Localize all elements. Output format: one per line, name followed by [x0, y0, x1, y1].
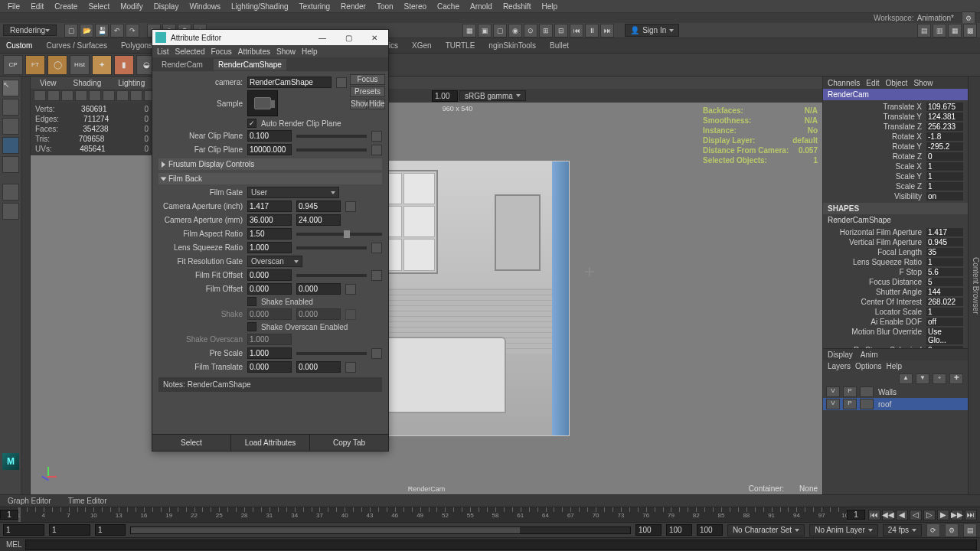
map-icon[interactable] — [345, 284, 356, 295]
show-button[interactable]: Show — [350, 99, 367, 109]
time-slider[interactable]: 1 14710131619222528313437404346495255586… — [0, 507, 980, 522]
layer-up-icon[interactable]: ▲ — [899, 373, 913, 384]
shaded-icon[interactable]: ◉ — [508, 24, 522, 37]
pause-icon[interactable]: ⏸ — [585, 24, 599, 37]
bookmark-icon[interactable] — [47, 90, 60, 101]
layout-four[interactable] — [2, 203, 19, 220]
shelf-cp-icon[interactable]: CP — [3, 55, 23, 75]
load-attributes-button[interactable]: Load Attributes — [231, 435, 310, 451]
map-icon[interactable] — [371, 145, 382, 155]
near-clip-field[interactable]: 0.100 — [247, 130, 292, 142]
channel-value[interactable]: 1 — [926, 172, 963, 181]
channel-value[interactable]: 1 — [926, 182, 963, 191]
tab-graph-editor[interactable]: Graph Editor — [3, 497, 56, 505]
layout-2-icon[interactable]: ▥ — [933, 24, 946, 37]
channel-value[interactable]: 268.022 — [926, 298, 963, 306]
channel-value[interactable]: 1 — [926, 258, 963, 266]
scale-tool[interactable] — [2, 156, 19, 173]
attr-menu-item[interactable]: List — [157, 47, 169, 56]
menu-modify[interactable]: Modify — [116, 1, 147, 12]
magnet-icon[interactable]: ⊙ — [524, 24, 537, 37]
fps-dropdown[interactable]: 24 fps — [883, 524, 922, 536]
film-gate-icon[interactable] — [75, 90, 87, 101]
channel-value[interactable]: 124.381 — [926, 112, 963, 121]
outliner-collapsed[interactable] — [21, 77, 31, 494]
new-layer-icon[interactable]: + — [933, 373, 946, 384]
menu-file[interactable]: File — [3, 1, 24, 12]
prescale-slider[interactable] — [296, 352, 367, 355]
play-fwd-icon[interactable]: ▷ — [923, 510, 936, 520]
channel-value[interactable]: 1.417 — [926, 228, 963, 236]
mode-dropdown[interactable]: Rendering — [3, 24, 57, 36]
filmtrans-x[interactable]: 0.000 — [247, 361, 292, 373]
sign-in-button[interactable]: 👤 Sign In — [625, 24, 679, 37]
cb-tab[interactable]: Edit — [866, 79, 879, 87]
field-chart-icon[interactable] — [116, 90, 129, 101]
module-tab[interactable]: Polygons — [118, 40, 155, 51]
channel-value[interactable]: on — [926, 192, 963, 201]
map-icon[interactable] — [345, 201, 356, 212]
filmoff-y[interactable]: 0.000 — [296, 283, 341, 295]
move-tool[interactable] — [2, 118, 19, 135]
redo-icon[interactable]: ↷ — [126, 24, 139, 37]
menu-create[interactable]: Create — [50, 1, 82, 12]
menu-select[interactable]: Select — [83, 1, 114, 12]
workspace-value[interactable]: Animation* — [917, 14, 954, 22]
current-frame-field[interactable]: 1 — [847, 510, 865, 520]
menu-display[interactable]: Display — [149, 1, 184, 12]
layout-3-icon[interactable]: ▦ — [948, 24, 962, 37]
image-plane-icon[interactable] — [61, 90, 74, 101]
menu-arnold[interactable]: Arnold — [466, 1, 497, 12]
cmd-input[interactable] — [25, 540, 977, 550]
layers-menu[interactable]: Layers — [828, 362, 851, 370]
channel-value[interactable]: off — [926, 318, 963, 326]
lasso-tool[interactable] — [2, 99, 19, 116]
minimize-icon[interactable]: — — [312, 31, 333, 44]
shelf-light-icon[interactable]: ✦ — [92, 55, 112, 75]
select-button[interactable]: Select — [152, 435, 231, 451]
layout-1-icon[interactable]: ▤ — [917, 24, 931, 37]
channel-value[interactable]: 5.6 — [926, 268, 963, 276]
camera-select-icon[interactable] — [34, 90, 46, 101]
skip-back-icon[interactable]: ⏮ — [570, 24, 583, 37]
channel-value[interactable]: 5 — [926, 278, 963, 286]
xray-icon[interactable]: ▣ — [478, 24, 492, 37]
presets-button[interactable]: Presets — [350, 86, 385, 97]
attr-menu-item[interactable]: Selected — [175, 47, 205, 56]
shake-enabled-checkbox[interactable] — [247, 297, 256, 306]
layer-row[interactable]: VProof — [823, 398, 968, 410]
filmoff-x[interactable]: 0.000 — [247, 283, 292, 295]
focus-button[interactable]: Focus — [350, 74, 385, 85]
module-tab[interactable]: TURTLE — [443, 40, 479, 51]
vp-shading[interactable]: Shading — [69, 77, 106, 89]
range-track[interactable] — [130, 527, 631, 534]
cb-tab[interactable]: Show — [913, 79, 933, 87]
layer-down-icon[interactable]: ▼ — [916, 373, 929, 384]
step-fwd-icon[interactable]: ▶ — [937, 510, 949, 520]
channel-value[interactable]: 144 — [926, 288, 963, 296]
safe-action-icon[interactable] — [130, 90, 142, 101]
anim-end-field[interactable]: 100 — [666, 524, 692, 536]
camera-name-field[interactable]: RenderCamShape — [247, 77, 332, 88]
undo-icon[interactable]: ↶ — [110, 24, 124, 37]
wire-icon[interactable]: ▢ — [493, 24, 507, 37]
snap-icon[interactable]: ⊞ — [539, 24, 553, 37]
go-start-icon[interactable]: ⏮ — [868, 510, 880, 520]
layout-4-icon[interactable]: ▩ — [963, 24, 977, 37]
film-back-section[interactable]: Film Back — [158, 173, 382, 184]
notes-section[interactable]: Notes: RenderCamShape — [158, 377, 382, 392]
exposure-field[interactable]: 1.00 — [432, 90, 458, 102]
lens-field[interactable]: 1.000 — [247, 242, 292, 253]
map-icon[interactable] — [371, 348, 382, 359]
filmtrans-y[interactable]: 0.000 — [296, 361, 341, 373]
module-tab[interactable]: Custom — [3, 40, 35, 51]
maximize-icon[interactable]: ▢ — [338, 31, 359, 44]
skip-fwd-icon[interactable]: ⏭ — [600, 24, 614, 37]
map-icon[interactable] — [371, 270, 382, 281]
menu-cache[interactable]: Cache — [433, 1, 464, 12]
shelf-sphere-icon[interactable]: ◯ — [47, 55, 67, 75]
menu-lightingshading[interactable]: Lighting/Shading — [227, 1, 293, 12]
tab-time-editor[interactable]: Time Editor — [64, 497, 112, 505]
prefs-icon[interactable]: ⚙ — [945, 523, 959, 537]
cb-tab[interactable]: Object — [886, 79, 908, 87]
